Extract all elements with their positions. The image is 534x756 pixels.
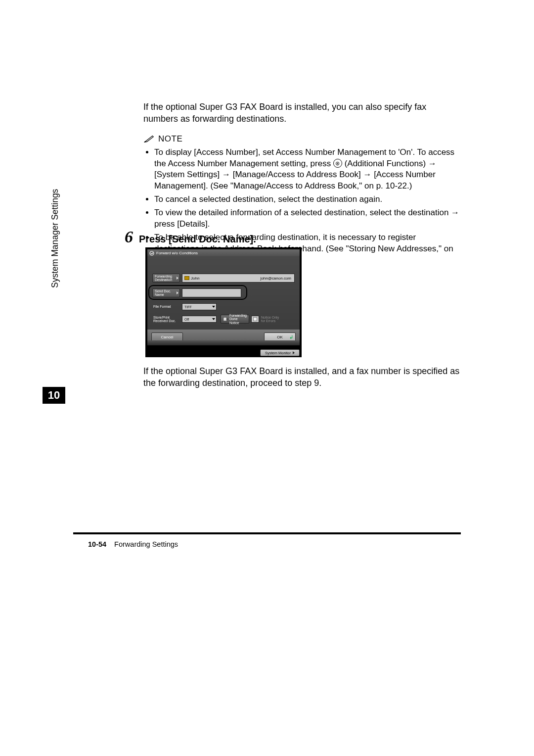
notice-errors-label: Notice Only for Errors [261, 316, 279, 323]
label-line: Received Doc. [153, 319, 176, 323]
forwarding-destination-button[interactable]: Forwarding Destination [152, 274, 180, 283]
dialog-title: Forward w/o Conditions [156, 251, 198, 255]
send-doc-name-value [182, 288, 241, 297]
additional-functions-icon: ⊛ [333, 159, 342, 168]
intro-paragraph: If the optional Super G3 FAX Board is in… [143, 101, 460, 125]
label-line: Done Notice [229, 317, 239, 324]
pencil-note-icon [143, 135, 154, 143]
note-header: NOTE [143, 134, 460, 144]
footer-rule [73, 532, 461, 534]
document-forward-icon [223, 317, 228, 322]
send-doc-name-button[interactable]: Send Doc. Name [152, 288, 180, 297]
svg-point-0 [150, 251, 154, 255]
arrow-icon: → [451, 208, 459, 217]
label-line: Send Doc. [155, 289, 179, 293]
row-file-format: File Format TIFF [152, 303, 295, 311]
dialog-icon [149, 251, 154, 256]
footer-section-title: Forwarding Settings [114, 540, 178, 548]
label-line: Store/Print [153, 316, 170, 319]
value-email: john@canon.com [261, 276, 291, 281]
notice-errors-checkbox[interactable] [251, 316, 259, 323]
file-format-label: File Format [152, 305, 180, 308]
label-line: for Errors [261, 319, 275, 323]
note-text: [Manage/Access to Address Book] [233, 170, 363, 179]
arrow-icon: → [363, 170, 371, 179]
label-line: Forwarding [229, 314, 247, 317]
chevron-down-icon [212, 318, 215, 320]
dropdown-value: Off [184, 318, 189, 321]
file-format-dropdown[interactable]: TIFF [182, 303, 217, 310]
svg-rect-2 [254, 318, 257, 321]
step-instruction: Press [Send Doc. Name]. [139, 234, 256, 245]
after-panel-paragraph: If the optional Super G3 FAX Board is in… [143, 365, 460, 389]
chevron-right-icon [177, 291, 178, 294]
chapter-section-title: System Manager Settings [50, 189, 60, 288]
panel-divider [147, 340, 300, 345]
chapter-number-box: 10 [43, 387, 65, 404]
chevron-right-icon [177, 277, 178, 280]
note-label: NOTE [158, 134, 182, 144]
device-screenshot-panel: Forward w/o Conditions Forwarding Destin… [145, 247, 302, 357]
label-line: Destination [155, 278, 179, 282]
step-number: 6 [125, 228, 133, 246]
dialog-titlebar: Forward w/o Conditions [147, 249, 300, 256]
system-monitor-button[interactable]: System Monitor [260, 349, 300, 356]
footer-page-number: 10-54 [88, 540, 106, 548]
dropdown-value: TIFF [184, 305, 192, 309]
label-line: Forwarding [155, 275, 179, 278]
ok-label: OK [277, 335, 283, 339]
svg-rect-1 [223, 317, 226, 321]
arrow-icon: → [428, 159, 437, 168]
value-text: John [191, 276, 199, 281]
note-item-2: To cancel a selected destination, select… [154, 194, 460, 205]
row-send-doc-name: Send Doc. Name [152, 288, 295, 298]
page-footer: 10-54 Forwarding Settings [88, 540, 178, 548]
label-line: Name [155, 293, 179, 296]
row-forwarding-destination: Forwarding Destination John john@canon.c… [152, 273, 295, 283]
forwarding-destination-value: John john@canon.com [182, 274, 295, 283]
contact-icon [184, 276, 189, 280]
enter-icon: ↲ [289, 334, 293, 340]
note-text: To view the detailed information of a se… [154, 208, 451, 217]
row-store-print: Store/Print Received Doc. Off Forwarding [152, 315, 295, 324]
arrow-icon: → [222, 170, 230, 179]
note-item-3: To view the detailed information of a se… [154, 207, 460, 230]
note-item-1: To display [Access Number], set Access N… [154, 147, 460, 192]
forwarding-done-notice-button[interactable]: Forwarding Done Notice [221, 315, 249, 324]
note-text: (Additional Functions) [345, 159, 428, 168]
chevron-down-icon [212, 306, 215, 308]
note-text: [System Settings] [154, 170, 222, 179]
unchecked-icon [253, 317, 258, 321]
system-monitor-label: System Monitor [265, 351, 291, 355]
chapter-side-tab: System Manager Settings 10 [43, 288, 65, 402]
label-line: Notice Only [261, 316, 279, 319]
store-print-label: Store/Print Received Doc. [152, 316, 180, 323]
step-heading: 6 Press [Send Doc. Name]. [125, 228, 256, 246]
dialog-forward-conditions: Forward w/o Conditions Forwarding Destin… [147, 249, 300, 344]
store-print-dropdown[interactable]: Off [182, 316, 217, 323]
